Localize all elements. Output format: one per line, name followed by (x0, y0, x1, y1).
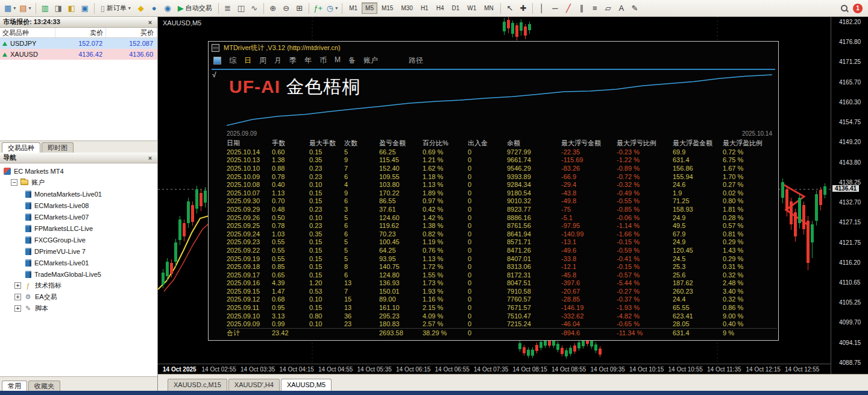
expand-icon[interactable]: + (14, 294, 21, 300)
autotrading-button[interactable]: ▶自动交易 (175, 2, 215, 14)
crosshair-icon[interactable]: ✚ (517, 2, 529, 14)
vertical-line-icon[interactable]: │ (536, 2, 548, 14)
navigator-account-item[interactable]: DPrimeVU-Live 7 (22, 245, 157, 257)
market-watch-tab[interactable]: 交易品种 (2, 142, 40, 153)
timeframe-m5-button[interactable]: M5 (362, 2, 377, 14)
stats-cell: 9393.89 (507, 173, 561, 180)
stats-menu-item[interactable]: 季 (289, 55, 297, 66)
timeframe-m30-button[interactable]: M30 (397, 2, 416, 14)
zoom-in-icon[interactable]: ⊕ (267, 2, 279, 14)
timeframe-d1-button[interactable]: D1 (448, 2, 463, 14)
timeframe-mn-button[interactable]: MN (480, 2, 497, 14)
navigator-account-item[interactable]: MonetaMarkets-Live01 (22, 188, 157, 200)
search-icon[interactable] (840, 4, 852, 13)
navigator-close-icon[interactable]: × (146, 154, 154, 162)
timeframe-w1-button[interactable]: W1 (464, 2, 480, 14)
market-watch-close-icon[interactable]: × (146, 19, 154, 26)
cursor-icon[interactable]: ↖ (504, 2, 516, 14)
stats-menu-item[interactable]: 年 (304, 55, 312, 66)
stats-cell: 1.19 % (423, 238, 468, 245)
profiles-icon[interactable]: ▤▾ (18, 2, 32, 14)
stats-menu-item[interactable]: 日 (244, 55, 251, 66)
stats-panel[interactable]: — MTDriver统计 ,V3.12 (http://mtdriver.cn)… (208, 41, 779, 341)
line-chart-icon[interactable]: ∿ (248, 2, 260, 14)
timeframe-m1-button[interactable]: M1 (345, 2, 361, 14)
fibonacci-icon[interactable]: ≡ (589, 2, 601, 14)
navigator-accounts-folder[interactable]: − 账户 (0, 177, 157, 188)
equity-curve: UF-AI 金色梧桐 (227, 70, 772, 129)
toolbar-separator (342, 3, 342, 14)
channel-icon[interactable]: ∥ (576, 2, 588, 14)
horizontal-line-icon[interactable]: ─ (549, 2, 561, 14)
navigator-account-item[interactable]: ECMarkets-Live08 (22, 200, 157, 211)
indicators-icon[interactable]: ƒ+ (312, 2, 324, 14)
stats-menu-item[interactable]: 备 (348, 55, 356, 66)
stats-titlebar[interactable]: — MTDriver统计 ,V3.12 (http://mtdriver.cn) (209, 42, 778, 54)
collapse-icon[interactable]: − (11, 179, 17, 186)
stats-cell: 66.25 (379, 148, 423, 156)
price-axis[interactable]: 4136.41 4182.204176.804171.254165.704160… (831, 17, 868, 374)
check-icon[interactable]: √ (212, 71, 216, 79)
stats-menu-item[interactable]: 周 (259, 55, 266, 66)
navigator-account-item[interactable]: ECMarkets-Live07 (22, 211, 157, 223)
stats-menu-item[interactable]: 月 (274, 55, 281, 66)
stats-cell: -0.59 % (617, 247, 673, 254)
stats-menu-path[interactable]: 路径 (409, 55, 423, 66)
expand-icon[interactable]: + (14, 282, 21, 289)
navigator-account-item[interactable]: FPMarketsLLC-Live (22, 223, 157, 234)
market-watch-icon[interactable]: ▥ (39, 2, 51, 14)
column-ask[interactable]: 买价 (106, 28, 157, 37)
navigator-account-item[interactable]: TradeMaxGlobal-Live5 (22, 268, 157, 280)
stats-menu-item[interactable]: 综 (229, 55, 236, 66)
candle-chart-icon[interactable]: ◫ (235, 2, 247, 14)
chart-tab[interactable]: XAUUSD,M5 (281, 379, 332, 391)
timeframe-h4-button[interactable]: H4 (433, 2, 448, 14)
timeframe-h1-button[interactable]: H1 (417, 2, 432, 14)
minimize-icon[interactable]: — (212, 44, 219, 52)
notification-badge[interactable]: 1 (853, 4, 863, 13)
shapes-icon[interactable]: ▱ (602, 2, 614, 14)
stats-cell: 0 (468, 189, 507, 197)
stats-menu-item[interactable]: 账户 (363, 55, 378, 66)
zoom-out-icon[interactable]: ⊖ (280, 2, 292, 14)
community-icon[interactable]: ● (148, 2, 160, 14)
stats-cell: 140.75 (379, 263, 423, 270)
new-order-button[interactable]: ▯新订单▾ (98, 2, 134, 14)
navigator-root-item[interactable]: EC Markets MT4 (0, 165, 157, 177)
news-icon[interactable]: ◉ (162, 2, 174, 14)
stats-menu-item[interactable]: M (335, 55, 341, 66)
trendline-icon[interactable]: ╱ (562, 2, 574, 14)
chart-tab[interactable]: XAUUSD',H4 (228, 379, 280, 391)
metaeditor-icon[interactable]: ◆ (135, 2, 147, 14)
market-watch-tab[interactable]: 即时图 (42, 142, 74, 153)
periods-icon[interactable]: ◷▾ (326, 2, 339, 14)
navigator-item-技术指标[interactable]: +ƒ技术指标 (11, 280, 157, 291)
text-icon[interactable]: A (615, 2, 627, 14)
expand-icon[interactable]: + (14, 305, 21, 312)
navigator-item-EA交易[interactable]: +⚙EA交易 (11, 291, 157, 303)
column-bid[interactable]: 卖价 (55, 28, 106, 37)
market-watch-row[interactable]: USDJPY152.072152.087 (0, 38, 157, 49)
chart-plot[interactable]: XAUUSD,M5 — MTDriver统计 ,V3.12 (http://mt… (158, 17, 831, 364)
navigator-icon[interactable]: ◧ (66, 2, 78, 14)
column-symbol[interactable]: 交易品种 (0, 28, 55, 37)
navigator-item-脚本[interactable]: +✎脚本 (11, 303, 157, 314)
timeframe-m15-button[interactable]: M15 (378, 2, 397, 14)
terminal-icon[interactable]: ▣ (79, 2, 91, 14)
navigator-tab[interactable]: 常用 (2, 381, 27, 391)
pencil-icon[interactable]: ✎ (629, 2, 641, 14)
new-chart-icon[interactable]: ▦▾ (3, 2, 17, 14)
tile-windows-icon[interactable]: ⊞ (294, 2, 306, 14)
stats-menu-item[interactable]: 币 (319, 55, 327, 66)
data-window-icon[interactable]: ◨ (52, 2, 64, 14)
chart-tab[interactable]: XAUUSD.c,M15 (168, 379, 227, 391)
stats-cell: 0.40 (272, 181, 309, 188)
navigator-account-item[interactable]: ECMarkets-Live01 (22, 257, 157, 268)
stats-cell: 119.62 (379, 222, 423, 229)
market-watch-row[interactable]: XAUUSD4136.424136.60 (0, 49, 157, 60)
navigator-account-item[interactable]: FXCGGroup-Live (22, 234, 157, 245)
time-axis[interactable]: 14 Oct 202514 Oct 02:5514 Oct 03:3514 Oc… (158, 364, 831, 374)
panel-logo-icon[interactable] (213, 57, 221, 65)
bar-chart-icon[interactable]: ≣ (222, 2, 234, 14)
navigator-tab[interactable]: 收藏夹 (28, 381, 60, 391)
